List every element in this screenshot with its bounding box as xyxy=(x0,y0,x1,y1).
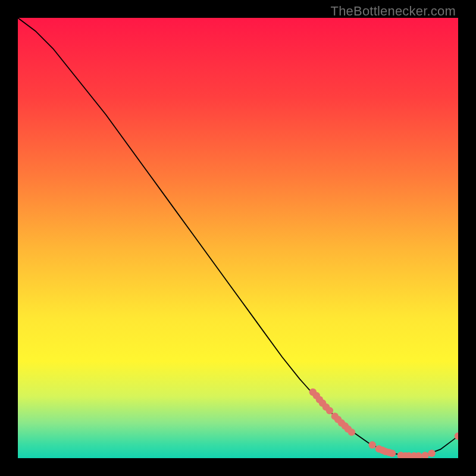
chart-svg xyxy=(18,18,458,458)
data-marker xyxy=(428,450,435,457)
data-marker xyxy=(348,428,355,436)
gradient-background xyxy=(18,18,458,458)
watermark-text: TheBottlenecker.com xyxy=(331,4,456,19)
plot-area xyxy=(18,18,458,458)
chart-stage: TheBottlenecker.com xyxy=(0,0,476,476)
data-marker xyxy=(326,407,333,414)
data-marker xyxy=(369,441,376,449)
data-marker xyxy=(389,450,396,457)
